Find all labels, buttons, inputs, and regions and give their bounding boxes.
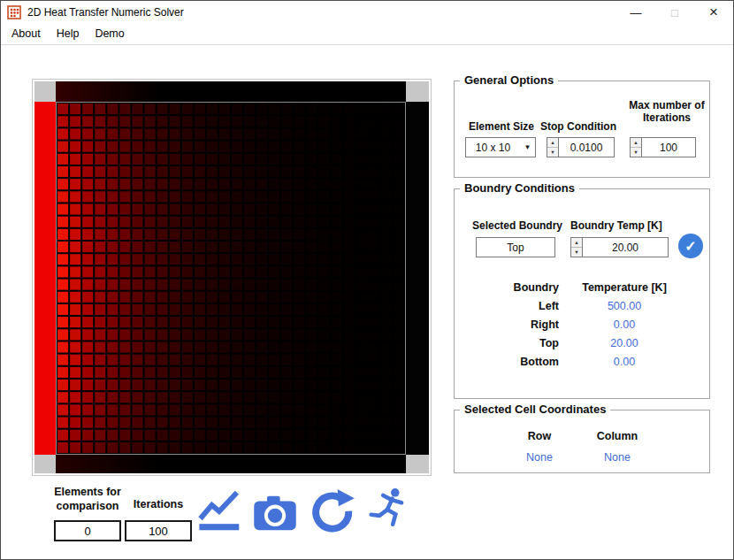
stop-condition-spinner[interactable]: ▲▼ 0.0100 [547,137,615,157]
menu-demo[interactable]: Demo [87,26,132,42]
maximize-button[interactable]: □ [655,1,694,24]
selected-boundary-value: Top [477,238,554,257]
spinner-arrows-icon[interactable]: ▲▼ [547,137,558,157]
window-controls: — □ × [616,1,733,24]
stop-condition-label: Stop Condition [540,120,616,133]
menu-help[interactable]: Help [49,26,88,42]
boundary-table-header-temp: Temperature [K] [559,281,690,294]
heatmap-plot [32,79,432,476]
boundary-temp-spinner[interactable]: ▲▼ 20.00 [570,237,669,257]
run-icon[interactable] [367,487,411,533]
boundary-conditions-panel: Boundry Conditions Selected Boundry Top … [454,188,710,399]
general-options-panel: General Options Element Size 10 x 10 ▼ S… [454,81,710,178]
menu-about[interactable]: About [4,26,49,42]
max-iterations-label: Max number of Iterations [624,99,709,124]
camera-icon[interactable] [252,493,298,537]
boundary-temp-value[interactable]: 20.00 [582,237,669,257]
element-size-label: Element Size [469,120,534,133]
boundary-row-top-label: Top [460,337,559,349]
boundary-table: Boundry Temperature [K] Left 500.00 Righ… [460,281,690,368]
app-window: { "window": { "title": "2D Heat Transfer… [0,0,734,560]
column-header: Column [584,430,651,442]
refresh-icon[interactable] [309,489,356,541]
stop-condition-value[interactable]: 0.0100 [558,137,615,157]
title-bar: 2D Heat Transfer Numeric Solver — □ × [1,1,733,24]
boundary-row-right-label: Right [460,318,559,331]
check-icon: ✓ [684,238,696,255]
row-header: Row [513,430,566,442]
selected-cell-panel: Selected Cell Coordinates Row Column Non… [454,410,710,473]
selected-cell-title: Selected Cell Coordinates [460,403,610,416]
boundary-row-bottom-label: Bottom [460,356,559,368]
max-iterations-spinner[interactable]: ▲▼ 100 [630,137,696,157]
max-iterations-value[interactable]: 100 [641,137,696,157]
app-icon [7,5,21,19]
elements-for-comparison-label: Elements for comparison [50,486,125,513]
spinner-arrows-icon[interactable]: ▲▼ [570,237,582,257]
boundary-conditions-title: Boundry Conditions [460,181,579,195]
column-value: None [584,451,651,464]
general-options-title: General Options [460,73,558,87]
boundary-table-header-name: Boundry [460,281,559,294]
plot-corner-tr [406,81,429,102]
apply-boundary-button[interactable]: ✓ [678,234,703,258]
boundary-row-bottom-value: 0.00 [559,356,690,368]
plot-corner-tl [34,81,56,102]
boundary-row-left-value: 500.00 [559,300,690,312]
element-size-dropdown[interactable]: 10 x 10 ▼ [465,137,536,157]
boundary-temp-label: Boundry Temp [K] [570,219,662,232]
iterations-input[interactable] [125,520,192,541]
spinner-arrows-icon[interactable]: ▲▼ [630,137,641,157]
iterations-label: Iterations [125,498,192,512]
heatmap-grid-area [56,102,406,455]
selected-boundary-label: Selected Boundry [472,219,562,232]
boundary-row-top-value: 20.00 [559,337,690,349]
boundary-row-right-value: 0.00 [559,318,690,331]
minimize-button[interactable]: — [616,1,655,24]
close-button[interactable]: × [694,1,733,24]
left-boundary-bar [34,102,56,455]
selected-boundary-dropdown[interactable]: Top [476,237,555,257]
right-boundary-bar [406,102,429,455]
heatmap-canvas[interactable] [57,103,405,454]
chart-icon[interactable] [197,489,243,537]
bottom-boundary-bar [56,455,406,473]
row-value: None [513,451,566,464]
top-boundary-bar [56,81,406,102]
plot-corner-bl [34,455,56,473]
elements-for-comparison-input[interactable] [54,520,121,541]
element-size-value: 10 x 10 [466,138,520,157]
window-title: 2D Heat Transfer Numeric Solver [27,6,184,19]
menu-bar: About Help Demo [1,24,733,45]
boundary-row-left-label: Left [460,300,559,312]
chevron-down-icon[interactable]: ▼ [520,138,535,157]
plot-corner-br [406,455,429,473]
